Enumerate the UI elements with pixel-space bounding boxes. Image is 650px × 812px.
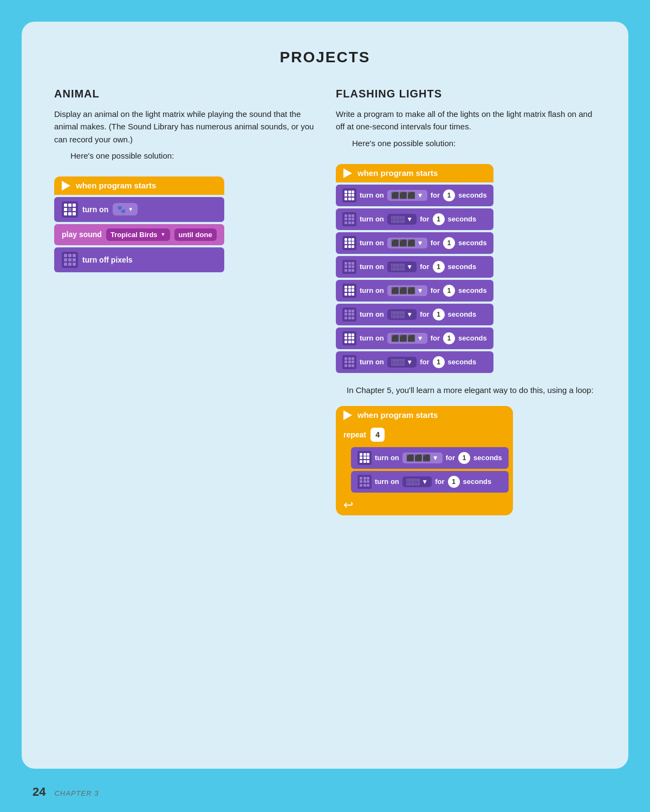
loop-inner-rows: turn on ⬛⬛⬛ ▼ for 1 seconds <box>336 445 513 495</box>
turn-on-r7: turn on <box>360 334 384 342</box>
flash-code-block: when program starts turn on <box>336 164 493 373</box>
loop-for-l2: for <box>435 477 444 486</box>
seconds-label-3: seconds <box>458 239 487 247</box>
for-label-7: for <box>431 334 440 342</box>
dot-off <box>73 263 76 266</box>
grid-small-6 <box>342 307 356 322</box>
on-dropdown-5[interactable]: ⬛⬛⬛ ▼ <box>387 285 427 296</box>
loop-intro-text: In Chapter 5, you'll learn a more elegan… <box>336 384 596 396</box>
loop-turn-on-l1: turn on <box>375 454 399 462</box>
chevron-icon: ▼ <box>417 192 424 199</box>
grid-dots-2 <box>64 254 76 266</box>
dot-off <box>73 258 76 261</box>
loop-when-block: when program starts <box>336 406 513 424</box>
animal-dropdown[interactable]: 🐾 ▼ <box>113 203 138 215</box>
dot-off <box>68 254 72 257</box>
loop-turn-on-l2: turn on <box>375 477 399 486</box>
dot-off <box>68 258 72 261</box>
num-5: 1 <box>443 285 455 297</box>
flash-row-8: turn on ░░░ ▼ for 1 seconds <box>336 351 493 373</box>
grid-small-5 <box>342 284 356 298</box>
seconds-label-1: seconds <box>458 191 487 199</box>
seconds-label-5: seconds <box>458 286 487 294</box>
page-footer: 24 CHAPTER 3 <box>32 785 99 799</box>
chevron-icon: ▼ <box>406 263 413 271</box>
dot-off <box>73 254 76 257</box>
seconds-label-4: seconds <box>448 263 477 271</box>
seconds-label-8: seconds <box>448 358 477 366</box>
grid-small-7 <box>342 331 356 345</box>
turn-on-r5: turn on <box>360 286 384 294</box>
flash-row-2: turn on ░░░ ▼ for 1 seconds <box>336 208 493 230</box>
loop-for-l1: for <box>446 454 455 462</box>
chevron-icon: ▼ <box>406 311 413 318</box>
dot <box>68 204 72 207</box>
on-dropdown-1[interactable]: ⬛⬛⬛ ▼ <box>387 190 427 201</box>
for-label-5: for <box>431 286 440 294</box>
for-label-2: for <box>420 215 429 223</box>
grid-small-1 <box>342 188 356 202</box>
flashing-solution-label: Here's one possible solution: <box>336 139 596 148</box>
num-2: 1 <box>433 213 445 225</box>
seconds-label-2: seconds <box>448 215 477 223</box>
off-dropdown-8[interactable]: ░░░ ▼ <box>387 357 417 368</box>
dot <box>64 204 67 207</box>
play-icon-2 <box>343 168 352 178</box>
flashing-description: Write a program to make all of the light… <box>336 108 596 133</box>
sound-name: Tropical Birds <box>110 231 158 239</box>
chevron-icon: ▼ <box>421 478 428 486</box>
chevron-icon: ▼ <box>417 335 424 342</box>
loop-sec-l1: seconds <box>473 454 502 462</box>
turn-on-r6: turn on <box>360 310 384 318</box>
dot <box>73 208 76 211</box>
page-title: PROJECTS <box>54 49 596 66</box>
loop-off-dd-2[interactable]: ░░░ ▼ <box>402 476 432 487</box>
page-number: 24 <box>32 785 46 799</box>
off-dropdown-2[interactable]: ░░░ ▼ <box>387 214 417 225</box>
page-inner: PROJECTS ANIMAL Display an animal on the… <box>22 22 628 769</box>
turn-on-r2: turn on <box>360 215 384 223</box>
animal-when-text: when program starts <box>76 181 156 190</box>
gdots-s-1 <box>344 191 354 200</box>
grid-small-4 <box>342 260 356 274</box>
on-dropdown-7[interactable]: ⬛⬛⬛ ▼ <box>387 333 427 344</box>
chevron-down-icon: ▼ <box>161 232 166 237</box>
animal-image-label: 🐾 <box>117 205 126 213</box>
loop-when-text: when program starts <box>358 410 438 420</box>
dot <box>73 204 76 207</box>
for-label-1: for <box>431 191 440 199</box>
animal-description: Display an animal on the light matrix wh… <box>54 108 314 146</box>
dot <box>73 212 76 215</box>
play-icon-loop <box>343 410 352 420</box>
gdots-s-2 <box>344 214 354 224</box>
num-3: 1 <box>443 237 455 249</box>
repeat-num: 4 <box>370 428 385 442</box>
on-dropdown-3[interactable]: ⬛⬛⬛ ▼ <box>387 238 427 248</box>
turn-on-label: turn on <box>82 205 108 214</box>
for-label-6: for <box>420 310 429 318</box>
chevron-icon: ▼ <box>417 287 424 294</box>
flash-when-text: when program starts <box>358 168 438 178</box>
loop-code-block: when program starts repeat 4 <box>336 406 513 515</box>
page-outer: PROJECTS ANIMAL Display an animal on the… <box>0 0 650 812</box>
turn-off-pixels-block: turn off pixels <box>54 247 224 272</box>
loop-sec-l2: seconds <box>463 477 492 486</box>
loop-num-l1: 1 <box>458 452 470 464</box>
chevron-down-icon: ▼ <box>128 206 133 212</box>
grid-small-8 <box>342 355 356 369</box>
loop-on-dd-1[interactable]: ⬛⬛⬛ ▼ <box>402 453 443 463</box>
animal-section-title: ANIMAL <box>54 88 314 100</box>
num-4: 1 <box>433 261 445 273</box>
grid-icon-2 <box>62 252 78 268</box>
flash-row-4: turn on ░░░ ▼ for 1 seconds <box>336 256 493 278</box>
off-dropdown-6[interactable]: ░░░ ▼ <box>387 309 417 320</box>
off-dropdown-4[interactable]: ░░░ ▼ <box>387 261 417 272</box>
chevron-icon: ▼ <box>406 358 413 366</box>
seconds-label-7: seconds <box>458 334 487 342</box>
loop-grid-2 <box>358 475 372 489</box>
loop-bottom: ↩ <box>336 495 513 515</box>
chevron-icon: ▼ <box>417 239 424 247</box>
dot <box>64 212 67 215</box>
sound-dropdown[interactable]: Tropical Birds ▼ <box>106 228 170 241</box>
play-sound-label: play sound <box>62 230 102 239</box>
